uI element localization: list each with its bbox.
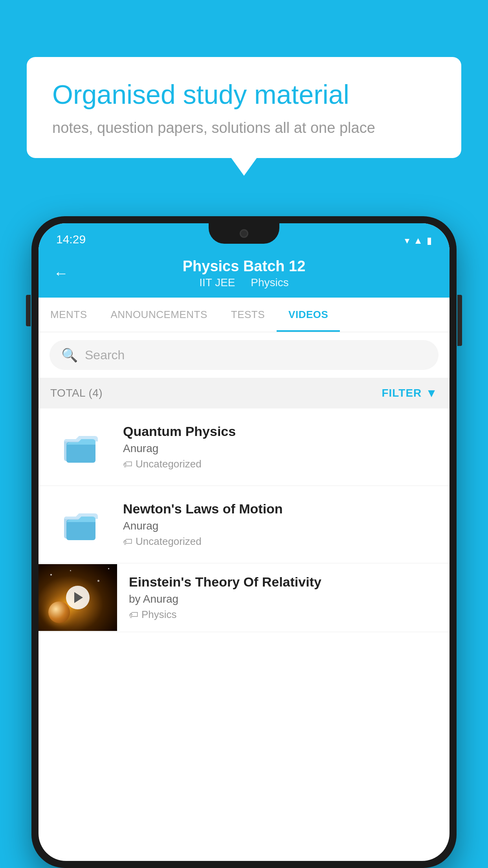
phone-notch	[209, 223, 279, 244]
video-tag-2: 🏷 Uncategorized	[123, 535, 438, 548]
tab-tests[interactable]: TESTS	[219, 298, 277, 332]
search-icon: 🔍	[61, 347, 78, 363]
video-title-3: Einstein's Theory Of Relativity	[129, 574, 438, 590]
video-tag-1: 🏷 Uncategorized	[123, 458, 438, 470]
total-count-label: TOTAL (4)	[50, 387, 103, 399]
battery-icon: ▮	[427, 235, 432, 246]
video-author-3: by Anurag	[129, 593, 438, 605]
filter-bar: TOTAL (4) FILTER ▼	[39, 378, 449, 408]
svg-rect-1	[66, 442, 95, 463]
tag-icon: 🏷	[123, 459, 132, 470]
search-bar[interactable]: 🔍 Search	[50, 340, 438, 370]
video-title-2: Newton's Laws of Motion	[123, 501, 438, 517]
header-content: Physics Batch 12 IIT JEE Physics	[183, 258, 306, 289]
play-button[interactable]	[66, 586, 90, 609]
wifi-icon: ▾	[405, 235, 409, 246]
tabs-container: MENTS ANNOUNCEMENTS TESTS VIDEOS	[39, 298, 449, 332]
tab-videos[interactable]: VIDEOS	[277, 298, 340, 332]
video-info-2: Newton's Laws of Motion Anurag 🏷 Uncateg…	[123, 501, 438, 548]
video-title-1: Quantum Physics	[123, 424, 438, 439]
status-time: 14:29	[56, 233, 86, 246]
filter-label: FILTER	[382, 387, 422, 399]
header-subtitle: IIT JEE Physics	[183, 276, 306, 289]
folder-icon	[63, 430, 99, 464]
camera-dot	[240, 229, 248, 238]
search-container: 🔍 Search	[39, 332, 449, 378]
video-author-2: Anurag	[123, 520, 438, 532]
video-thumb-2	[50, 501, 111, 548]
video-tag-3: 🏷 Physics	[129, 609, 438, 621]
signal-icon: ▲	[413, 235, 423, 246]
filter-button[interactable]: FILTER ▼	[382, 386, 438, 400]
app-header: ← Physics Batch 12 IIT JEE Physics	[39, 250, 449, 298]
status-icons: ▾ ▲ ▮	[405, 235, 432, 246]
tag-icon: 🏷	[123, 536, 132, 547]
video-list: Quantum Physics Anurag 🏷 Uncategorized	[39, 408, 449, 632]
phone-inner: 14:29 ▾ ▲ ▮ ← Physics Batch 12 IIT JEE P…	[39, 223, 449, 861]
svg-rect-3	[66, 520, 95, 540]
video-info-1: Quantum Physics Anurag 🏷 Uncategorized	[123, 424, 438, 470]
list-item[interactable]: Einstein's Theory Of Relativity by Anura…	[39, 563, 449, 632]
speech-bubble-container: Organised study material notes, question…	[27, 57, 461, 158]
header-title: Physics Batch 12	[183, 258, 306, 275]
tab-announcements[interactable]: ANNOUNCEMENTS	[99, 298, 219, 332]
header-subtitle-part2: Physics	[251, 276, 288, 289]
video-thumb-1	[50, 423, 111, 471]
tag-icon: 🏷	[129, 609, 138, 620]
phone-container: 14:29 ▾ ▲ ▮ ← Physics Batch 12 IIT JEE P…	[31, 216, 457, 868]
video-author-1: Anurag	[123, 442, 438, 455]
tab-ments[interactable]: MENTS	[39, 298, 99, 332]
header-subtitle-part1: IIT JEE	[199, 276, 235, 289]
filter-funnel-icon: ▼	[426, 386, 438, 400]
video-info-3: Einstein's Theory Of Relativity by Anura…	[129, 563, 438, 632]
search-placeholder: Search	[85, 348, 125, 362]
bubble-title: Organised study material	[52, 79, 436, 111]
play-triangle-icon	[74, 592, 83, 603]
folder-icon	[63, 508, 99, 541]
phone-outer: 14:29 ▾ ▲ ▮ ← Physics Batch 12 IIT JEE P…	[31, 216, 457, 868]
list-item[interactable]: Quantum Physics Anurag 🏷 Uncategorized	[39, 408, 449, 486]
back-button[interactable]: ←	[53, 265, 68, 282]
list-item[interactable]: Newton's Laws of Motion Anurag 🏷 Uncateg…	[39, 486, 449, 563]
video-thumbnail-3	[39, 564, 117, 631]
speech-bubble: Organised study material notes, question…	[27, 57, 461, 158]
bubble-subtitle: notes, question papers, solutions all at…	[52, 120, 436, 136]
